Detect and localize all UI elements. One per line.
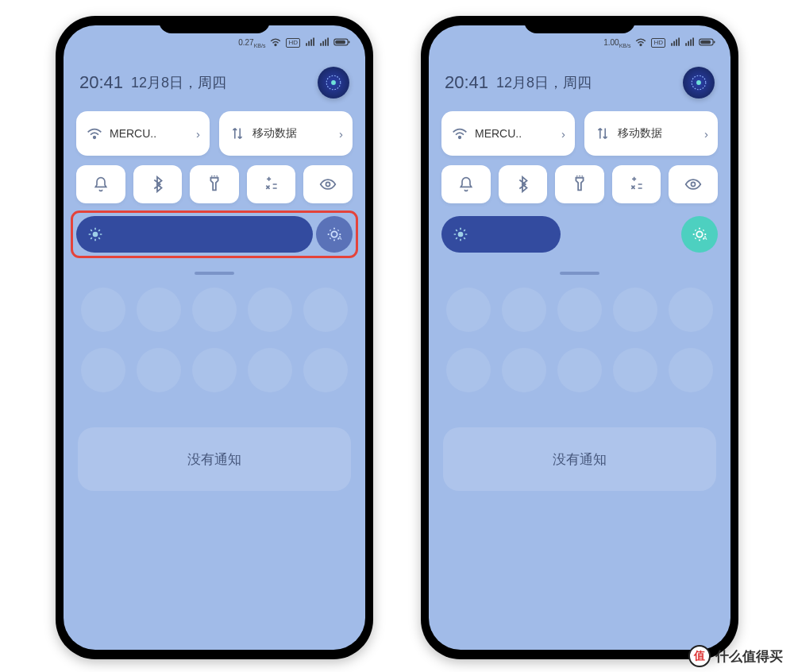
screen: 0.27KB/s HD 20:41 12月8日，周四 xyxy=(64,25,365,650)
bluetooth-tile[interactable] xyxy=(499,165,548,203)
auto-brightness-icon: A xyxy=(326,226,343,243)
calculator-icon xyxy=(629,176,645,192)
eye-comfort-tile[interactable] xyxy=(303,165,353,203)
bluetooth-icon xyxy=(150,176,164,193)
wifi-tile[interactable]: MERCU.. › xyxy=(441,111,575,156)
ringer-tile[interactable] xyxy=(441,165,491,203)
auto-brightness-icon: A xyxy=(691,226,708,243)
bell-icon xyxy=(458,176,474,192)
chevron-right-icon: › xyxy=(561,127,565,141)
eye-icon xyxy=(684,177,702,191)
hd-icon: HD xyxy=(286,38,300,48)
data-label: 移动数据 xyxy=(618,126,698,141)
svg-point-19 xyxy=(458,232,464,238)
signal-icon-2 xyxy=(684,37,694,48)
eye-icon xyxy=(319,177,337,191)
brightness-slider[interactable] xyxy=(76,216,313,253)
bg-icon-grid xyxy=(64,275,365,405)
signal-icon-2 xyxy=(319,37,329,48)
eye-comfort-tile[interactable] xyxy=(669,165,718,203)
svg-point-6 xyxy=(94,137,96,139)
svg-point-9 xyxy=(331,231,337,237)
brightness-row: A xyxy=(76,216,353,253)
data-icon xyxy=(594,125,611,142)
flashlight-tile[interactable] xyxy=(555,165,604,203)
svg-rect-3 xyxy=(335,41,345,44)
watermark-badge: 值 xyxy=(688,645,711,667)
hd-icon: HD xyxy=(651,38,665,48)
qs-header: 20:41 12月8日，周四 xyxy=(64,56,365,102)
calculator-tile[interactable] xyxy=(247,165,296,203)
no-notification-text: 没有通知 xyxy=(553,450,607,469)
flashlight-icon xyxy=(572,176,587,193)
watermark: 值 什么值得买 xyxy=(688,645,783,667)
clock-time: 20:41 xyxy=(445,72,488,93)
bg-icon-grid xyxy=(429,275,730,405)
clock-date: 12月8日，周四 xyxy=(131,73,226,92)
data-icon xyxy=(229,125,246,142)
calculator-tile[interactable] xyxy=(612,165,661,203)
bell-icon xyxy=(93,176,109,192)
auto-brightness-toggle[interactable]: A xyxy=(681,216,718,253)
svg-point-11 xyxy=(641,44,642,46)
clock-date: 12月8日，周四 xyxy=(496,73,592,92)
brightness-icon xyxy=(87,226,103,242)
mobile-data-tile[interactable]: 移动数据 › xyxy=(219,111,353,156)
auto-brightness-toggle[interactable]: A xyxy=(316,216,353,253)
brightness-row: A xyxy=(441,216,718,253)
flashlight-icon xyxy=(207,176,222,193)
flashlight-tile[interactable] xyxy=(190,165,239,203)
battery-icon xyxy=(333,37,351,48)
svg-rect-2 xyxy=(349,41,350,43)
wifi-label: MERCU.. xyxy=(110,127,190,140)
chevron-right-icon: › xyxy=(704,127,708,141)
brightness-slider[interactable] xyxy=(441,216,561,253)
clock-time: 20:41 xyxy=(79,72,123,93)
svg-point-0 xyxy=(276,44,277,46)
svg-point-5 xyxy=(331,80,336,85)
no-notification-panel: 没有通知 xyxy=(78,427,351,491)
phone-mock-right: 1.00KB/s HD 20:41 12月8日，周四 xyxy=(421,16,738,659)
ringer-tile[interactable] xyxy=(76,165,125,203)
data-label: 移动数据 xyxy=(252,126,333,141)
svg-text:A: A xyxy=(703,234,707,241)
svg-point-7 xyxy=(326,182,330,186)
settings-button[interactable] xyxy=(318,67,349,98)
no-notification-text: 没有通知 xyxy=(187,450,241,469)
wifi-icon xyxy=(86,125,103,142)
svg-rect-14 xyxy=(700,41,711,44)
battery-icon xyxy=(699,37,716,48)
chevron-right-icon: › xyxy=(339,127,343,141)
bluetooth-icon xyxy=(515,176,530,193)
signal-icon xyxy=(670,37,680,48)
svg-point-17 xyxy=(459,137,461,139)
bluetooth-tile[interactable] xyxy=(133,165,183,203)
svg-point-20 xyxy=(696,231,702,237)
brightness-icon xyxy=(453,226,468,242)
wifi-label: MERCU.. xyxy=(475,127,555,140)
svg-rect-13 xyxy=(714,41,715,43)
calculator-icon xyxy=(264,176,279,192)
no-notification-panel: 没有通知 xyxy=(443,427,716,491)
settings-button[interactable] xyxy=(683,67,715,98)
gear-icon xyxy=(689,73,707,91)
wifi-icon xyxy=(451,125,468,142)
status-bar: 0.27KB/s HD xyxy=(64,25,365,56)
svg-text:A: A xyxy=(338,234,342,241)
qs-header: 20:41 12月8日，周四 xyxy=(429,56,730,102)
wifi-icon xyxy=(270,37,281,48)
wifi-tile[interactable]: MERCU.. › xyxy=(76,111,210,156)
net-speed: 0.27KB/s xyxy=(238,38,265,48)
mobile-data-tile[interactable]: 移动数据 › xyxy=(584,111,718,156)
gear-icon xyxy=(324,73,342,91)
svg-point-18 xyxy=(692,182,696,186)
screen: 1.00KB/s HD 20:41 12月8日，周四 xyxy=(429,25,730,650)
svg-point-16 xyxy=(696,80,701,85)
signal-icon xyxy=(305,37,314,48)
bg-dot xyxy=(81,288,125,332)
svg-point-8 xyxy=(93,232,98,238)
watermark-text: 什么值得买 xyxy=(715,647,783,666)
net-speed: 1.00KB/s xyxy=(603,38,630,48)
phone-mock-left: 0.27KB/s HD 20:41 12月8日，周四 xyxy=(56,16,373,659)
status-bar: 1.00KB/s HD xyxy=(429,25,730,56)
